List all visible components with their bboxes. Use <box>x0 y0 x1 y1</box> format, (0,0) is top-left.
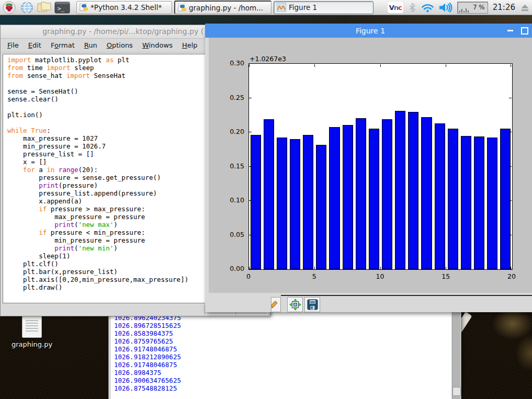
python-icon <box>178 4 186 12</box>
clock[interactable]: 21:26 <box>493 3 515 12</box>
axis-tick <box>380 267 381 269</box>
shell-output-line: 1026.91748046875 <box>114 361 451 369</box>
y-tick-label: 0.05 <box>218 231 244 238</box>
bar <box>251 135 261 269</box>
desktop-file-icon[interactable]: graphing.py <box>9 315 54 348</box>
taskbar-button-figure[interactable]: Figure 1 <box>274 1 373 14</box>
y-tick-label: 0.15 <box>218 162 244 170</box>
figure-canvas[interactable]: +1.0267e3 0.000.050.100.150.200.250.3005… <box>209 38 532 293</box>
save-floppy-icon <box>307 299 318 310</box>
bar <box>474 136 484 269</box>
eject-icon[interactable] <box>520 3 530 12</box>
menu-run[interactable]: Run <box>80 40 102 51</box>
system-tray: Vnc 7 % 21:26 <box>388 2 532 14</box>
bar <box>316 145 326 269</box>
axis-tick <box>446 64 446 67</box>
axis-tick <box>249 64 250 67</box>
y-tick-label: 0.30 <box>218 59 244 67</box>
cpu-monitor[interactable]: 7 % <box>457 2 488 14</box>
task-button-label: graphing.py - /hom... <box>189 4 263 12</box>
x-tick-label: 10 <box>369 272 392 280</box>
y-tick-label: 0.00 <box>218 265 244 272</box>
menu-edit[interactable]: Edit <box>24 40 46 51</box>
figure-window-title: Figure 1 <box>205 27 532 35</box>
axis-tick <box>509 98 512 98</box>
axis-tick <box>509 235 512 235</box>
terminal-launcher[interactable]: >_ <box>53 1 71 14</box>
bar <box>264 119 274 269</box>
bar <box>343 125 353 269</box>
zoom-rect-button[interactable] <box>271 297 281 312</box>
taskbar-button-editor[interactable]: graphing.py - /hom... <box>174 1 271 14</box>
bar <box>382 119 392 269</box>
plot-area <box>248 63 513 270</box>
scrollbar-button[interactable] <box>452 387 461 396</box>
axis-tick <box>249 267 250 269</box>
file-manager-launcher[interactable] <box>36 1 53 14</box>
x-tick-label: 20 <box>500 272 523 280</box>
taskbar-button-shell[interactable]: *Python 3.4.2 Shell* <box>76 1 172 14</box>
figure-window: Figure 1 +1.0267e3 0.000.050.100.150.200… <box>205 24 532 312</box>
configure-subplots-button[interactable] <box>287 297 303 312</box>
save-button[interactable] <box>304 297 320 312</box>
axis-tick <box>314 64 315 67</box>
configure-subplots-icon <box>289 299 301 311</box>
minimize-icon <box>507 30 513 31</box>
bar <box>408 112 418 269</box>
task-button-label: *Python 3.4.2 Shell* <box>90 3 162 12</box>
bar <box>461 136 471 269</box>
menu-format[interactable]: Format <box>46 40 80 51</box>
shell-output-line: 1026.91748046875 <box>114 345 451 353</box>
axis-tick <box>314 267 315 269</box>
shell-output-line: 1026.8984375 <box>114 369 451 377</box>
cpu-usage-label: 7 % <box>473 4 485 11</box>
bluetooth-icon[interactable] <box>408 3 416 13</box>
bar <box>356 118 366 270</box>
vnc-icon[interactable]: Vnc <box>388 2 403 13</box>
figure-toolbar <box>205 293 532 312</box>
grass-patch <box>515 335 532 371</box>
shell-output-line: 1026.8759765625 <box>114 337 451 345</box>
x-tick-label: 0 <box>237 272 260 280</box>
axis-tick <box>249 200 252 201</box>
bar <box>500 129 511 269</box>
bar <box>487 138 497 269</box>
maximize-icon <box>521 27 528 35</box>
bar <box>448 129 458 269</box>
menu-file[interactable]: File <box>3 40 24 51</box>
axis-tick <box>509 166 512 167</box>
shell-output-line: 1026.918212890625 <box>114 353 451 361</box>
bar <box>435 123 445 269</box>
axis-tick <box>249 132 252 132</box>
y-tick-label: 0.10 <box>218 196 244 204</box>
maximize-button[interactable] <box>519 24 530 38</box>
folders-icon <box>37 1 52 14</box>
minimize-button[interactable] <box>504 24 516 38</box>
pencil-icon <box>271 299 279 311</box>
volume-icon[interactable] <box>439 3 452 13</box>
web-browser-launcher[interactable] <box>18 1 36 14</box>
figure-body: +1.0267e3 0.000.050.100.150.200.250.3005… <box>205 38 532 293</box>
wifi-icon[interactable] <box>421 3 434 13</box>
python-icon <box>80 3 88 12</box>
bar <box>369 129 379 269</box>
bar <box>329 127 339 269</box>
taskbar: >_ *Python 3.4.2 Shell* graphing.py - /h… <box>0 0 532 15</box>
bar <box>395 111 405 269</box>
figure-title-bar[interactable]: Figure 1 <box>205 24 532 38</box>
menu-options[interactable]: Options <box>102 40 138 51</box>
axis-tick <box>249 63 252 64</box>
menu-windows[interactable]: Windows <box>138 40 177 51</box>
y-tick-label: 0.25 <box>218 94 244 101</box>
y-tick-label: 0.20 <box>218 128 244 135</box>
matplotlib-icon <box>277 3 286 12</box>
axis-tick <box>446 267 446 269</box>
bar <box>303 135 313 269</box>
menu-help[interactable]: Help <box>177 40 202 51</box>
shell-output-line: 1026.8583984375 <box>114 329 451 337</box>
axis-tick <box>511 267 511 269</box>
axis-tick <box>249 166 252 167</box>
menu-button[interactable] <box>0 1 18 14</box>
text-file-icon <box>22 315 42 338</box>
task-button-label: Figure 1 <box>289 3 317 12</box>
